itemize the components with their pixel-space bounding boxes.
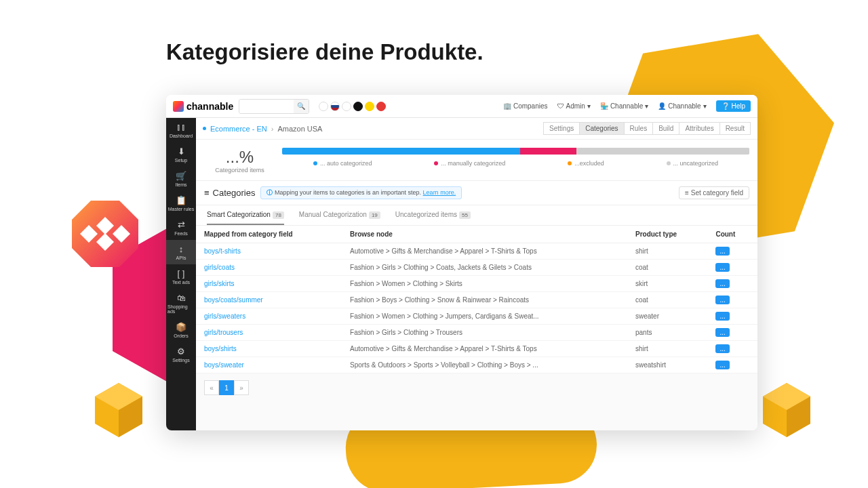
row-actions-button[interactable]: ... xyxy=(715,312,729,321)
row-actions-button[interactable]: ... xyxy=(715,328,729,337)
sidebar-label: APIs xyxy=(176,256,186,260)
nav-user[interactable]: 👤 Channable ▾ xyxy=(658,102,706,110)
sidebar-icon: 📦 xyxy=(176,322,186,332)
topbar: channable 🔍 🏢 Companies 🛡 Admin ▾ 🏪 Chan… xyxy=(166,95,757,118)
step-attributes[interactable]: Attributes xyxy=(679,122,719,135)
info-icon: ⓘ xyxy=(267,189,273,196)
row-actions-button[interactable]: ... xyxy=(715,247,729,256)
sidebar-item-setup[interactable]: ⬇Setup xyxy=(166,142,196,167)
pager-next[interactable]: » xyxy=(234,380,249,395)
flag-circles xyxy=(319,102,386,111)
logo-mark-icon xyxy=(173,101,184,112)
sidebar-item-master-rules[interactable]: 📋Master rules xyxy=(166,191,196,216)
sidebar-item-feeds[interactable]: ⇄Feeds xyxy=(166,216,196,240)
cell-mapped[interactable]: boys/coats/summer xyxy=(196,292,342,308)
search[interactable]: 🔍 xyxy=(239,99,309,114)
tab-smart-categorization[interactable]: Smart Categorization78 xyxy=(207,211,284,225)
row-actions-button[interactable]: ... xyxy=(715,279,729,288)
breadcrumb: Ecommerce - EN › Amazon USA xyxy=(203,125,322,133)
sidebar-item-dashboard[interactable]: ⫿⫿Dashboard xyxy=(166,118,196,142)
step-settings[interactable]: Settings xyxy=(543,122,579,135)
table-row: girls/skirtsFashion > Women > Clothing >… xyxy=(196,276,757,292)
help-button[interactable]: ❔ Help xyxy=(716,100,751,112)
search-input[interactable] xyxy=(239,100,294,113)
flag-circle[interactable] xyxy=(319,102,328,111)
cell-mapped[interactable]: girls/coats xyxy=(196,260,342,276)
brand-logo[interactable]: channable xyxy=(173,101,233,112)
sidebar-icon: [ ] xyxy=(178,268,185,279)
brand-name: channable xyxy=(186,101,233,112)
step-result[interactable]: Result xyxy=(719,122,751,135)
cell-mapped[interactable]: girls/sweaters xyxy=(196,308,342,325)
cell-type: coat xyxy=(627,292,707,308)
bar-segment xyxy=(576,148,749,155)
sidebar-icon: ↕ xyxy=(179,244,184,254)
step-categories[interactable]: Categories xyxy=(579,122,623,135)
tab-badge: 78 xyxy=(273,211,284,219)
flag-circle[interactable] xyxy=(342,102,351,111)
cell-node: Automotive > Gifts & Merchandise > Appar… xyxy=(342,341,627,357)
legend-item: ...excluded xyxy=(568,160,604,167)
cell-type: coat xyxy=(627,260,707,276)
section-title: ≡ Categories xyxy=(204,188,255,198)
table-header: Browse node xyxy=(342,226,627,243)
sidebar-item-items[interactable]: 🛒Items xyxy=(166,167,196,191)
pager-page-1[interactable]: 1 xyxy=(219,380,234,395)
tabs: Smart Categorization78Manual Categorizat… xyxy=(196,205,757,226)
flag-circle[interactable] xyxy=(330,102,340,111)
breadcrumb-root[interactable]: Ecommerce - EN xyxy=(210,125,267,133)
cell-mapped[interactable]: girls/trousers xyxy=(196,325,342,341)
table-row: boys/shirtsAutomotive > Gifts & Merchand… xyxy=(196,341,757,357)
nav-admin[interactable]: 🛡 Admin ▾ xyxy=(557,102,591,110)
flag-circle[interactable] xyxy=(365,102,374,111)
search-button[interactable]: 🔍 xyxy=(294,100,309,113)
sidebar-item-orders[interactable]: 📦Orders xyxy=(166,318,196,342)
row-actions-button[interactable]: ... xyxy=(715,263,729,272)
pager-prev[interactable]: « xyxy=(204,380,219,395)
set-category-field-button[interactable]: ≡ Set category field xyxy=(679,186,749,199)
cell-mapped[interactable]: girls/skirts xyxy=(196,276,342,292)
table-row: girls/sweatersFashion > Women > Clothing… xyxy=(196,308,757,325)
sidebar-item-shopping-ads[interactable]: 🛍Shopping ads xyxy=(166,289,196,318)
tab-badge: 19 xyxy=(369,211,380,219)
sidebar-item-settings[interactable]: ⚙Settings xyxy=(166,342,196,367)
cell-node: Fashion > Girls > Clothing > Coats, Jack… xyxy=(342,260,627,276)
row-actions-button[interactable]: ... xyxy=(715,344,729,353)
sidebar-item-text-ads[interactable]: [ ]Text ads xyxy=(166,264,196,289)
row-actions-button[interactable]: ... xyxy=(715,296,729,304)
cell-mapped[interactable]: boys/t-shirts xyxy=(196,243,342,260)
tab-badge: 55 xyxy=(459,211,471,219)
nav-account[interactable]: 🏪 Channable ▾ xyxy=(600,102,648,110)
flag-circle[interactable] xyxy=(353,102,363,111)
cell-node: Sports & Outdoors > Sports > Volleyball … xyxy=(342,357,627,373)
cell-type: skirt xyxy=(627,276,707,292)
learn-more-link[interactable]: Learn more. xyxy=(423,189,456,196)
breadcrumb-dot-icon xyxy=(203,127,206,130)
sidebar-label: Dashboard xyxy=(170,134,193,138)
sidebar-item-apis[interactable]: ↕APIs xyxy=(166,240,196,264)
bg-octagon xyxy=(68,197,142,271)
sidebar: ⫿⫿Dashboard⬇Setup🛒Items📋Master rules⇄Fee… xyxy=(166,118,196,430)
sidebar-label: Feeds xyxy=(174,231,187,236)
breadcrumb-row: Ecommerce - EN › Amazon USA SettingsCate… xyxy=(196,118,757,140)
cell-mapped[interactable]: boys/shirts xyxy=(196,341,342,357)
row-actions-button[interactable]: ... xyxy=(715,361,729,369)
stats-label: Categorized items xyxy=(204,167,275,174)
cell-node: Fashion > Boys > Clothing > Snow & Rainw… xyxy=(342,292,627,308)
cell-mapped[interactable]: boys/sweater xyxy=(196,357,342,373)
step-build[interactable]: Build xyxy=(652,122,679,135)
tab-uncategorized-items[interactable]: Uncategorized items55 xyxy=(395,211,471,225)
legend-dot-icon xyxy=(568,161,572,165)
pagination: « 1 » xyxy=(196,373,757,402)
tab-manual-categorization[interactable]: Manual Categorization19 xyxy=(299,211,380,225)
flag-circle[interactable] xyxy=(376,102,386,111)
sidebar-label: Setup xyxy=(175,158,187,163)
bg-cube-1 xyxy=(92,380,146,441)
nav-companies[interactable]: 🏢 Companies xyxy=(503,102,548,110)
sidebar-icon: ⇄ xyxy=(178,220,185,230)
sidebar-label: Master rules xyxy=(168,207,195,211)
table-row: girls/coatsFashion > Girls > Clothing > … xyxy=(196,260,757,276)
step-rules[interactable]: Rules xyxy=(624,122,653,135)
table-header: Mapped from category field xyxy=(196,226,342,243)
sidebar-label: Text ads xyxy=(172,280,190,285)
